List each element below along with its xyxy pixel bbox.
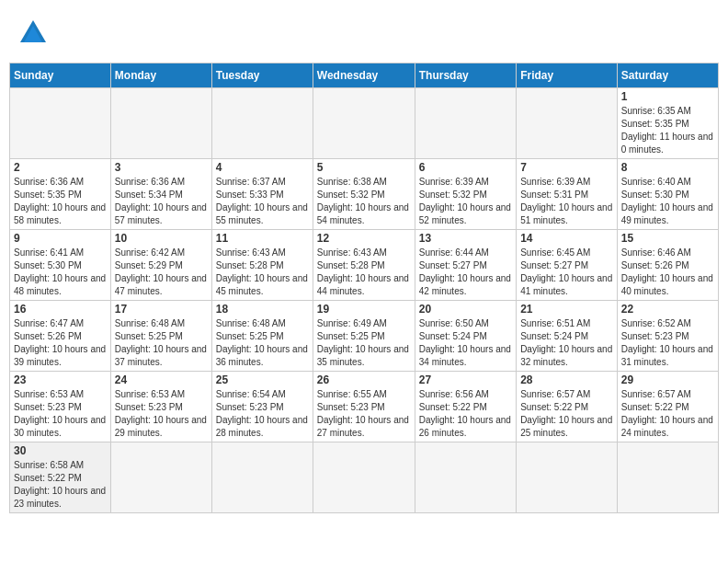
calendar-cell: 8Sunrise: 6:40 AM Sunset: 5:30 PM Daylig…	[617, 159, 718, 230]
day-info: Sunrise: 6:52 AM Sunset: 5:23 PM Dayligh…	[621, 317, 714, 369]
day-number: 14	[520, 232, 613, 245]
day-number: 20	[419, 303, 512, 316]
calendar-cell	[110, 88, 211, 159]
calendar-cell: 6Sunrise: 6:39 AM Sunset: 5:32 PM Daylig…	[415, 159, 516, 230]
week-row-5: 23Sunrise: 6:53 AM Sunset: 5:23 PM Dayli…	[10, 372, 719, 442]
day-info: Sunrise: 6:39 AM Sunset: 5:32 PM Dayligh…	[419, 176, 512, 227]
weekday-header-wednesday: Wednesday	[313, 63, 415, 88]
day-number: 8	[621, 161, 714, 174]
calendar-cell: 10Sunrise: 6:42 AM Sunset: 5:29 PM Dayli…	[110, 230, 211, 301]
day-info: Sunrise: 6:43 AM Sunset: 5:28 PM Dayligh…	[317, 247, 411, 298]
week-row-3: 9Sunrise: 6:41 AM Sunset: 5:30 PM Daylig…	[10, 230, 719, 301]
day-info: Sunrise: 6:58 AM Sunset: 5:22 PM Dayligh…	[14, 459, 107, 511]
day-info: Sunrise: 6:49 AM Sunset: 5:25 PM Dayligh…	[317, 317, 411, 369]
day-info: Sunrise: 6:53 AM Sunset: 5:23 PM Dayligh…	[14, 388, 107, 440]
calendar-cell: 12Sunrise: 6:43 AM Sunset: 5:28 PM Dayli…	[313, 230, 415, 301]
weekday-header-friday: Friday	[517, 63, 618, 88]
day-number: 30	[14, 444, 107, 457]
calendar-cell	[110, 442, 211, 513]
day-info: Sunrise: 6:41 AM Sunset: 5:30 PM Dayligh…	[14, 247, 107, 298]
calendar-cell	[211, 88, 313, 159]
calendar-cell	[10, 88, 111, 159]
day-number: 10	[115, 232, 208, 245]
day-number: 1	[621, 90, 714, 103]
day-number: 11	[216, 232, 309, 245]
week-row-1: 1Sunrise: 6:35 AM Sunset: 5:35 PM Daylig…	[10, 88, 719, 159]
weekday-header-tuesday: Tuesday	[211, 63, 313, 88]
day-info: Sunrise: 6:35 AM Sunset: 5:35 PM Dayligh…	[621, 105, 714, 156]
calendar-cell: 30Sunrise: 6:58 AM Sunset: 5:22 PM Dayli…	[10, 442, 111, 513]
week-row-4: 16Sunrise: 6:47 AM Sunset: 5:26 PM Dayli…	[10, 301, 719, 372]
day-number: 15	[621, 232, 714, 245]
day-info: Sunrise: 6:57 AM Sunset: 5:22 PM Dayligh…	[520, 388, 613, 440]
calendar-cell: 27Sunrise: 6:56 AM Sunset: 5:22 PM Dayli…	[415, 372, 516, 442]
day-info: Sunrise: 6:36 AM Sunset: 5:35 PM Dayligh…	[14, 176, 107, 227]
week-row-6: 30Sunrise: 6:58 AM Sunset: 5:22 PM Dayli…	[10, 442, 719, 513]
day-info: Sunrise: 6:47 AM Sunset: 5:26 PM Dayligh…	[14, 317, 107, 369]
calendar-cell: 1Sunrise: 6:35 AM Sunset: 5:35 PM Daylig…	[617, 88, 718, 159]
day-number: 26	[317, 373, 411, 386]
calendar-cell: 16Sunrise: 6:47 AM Sunset: 5:26 PM Dayli…	[10, 301, 111, 372]
page-header	[9, 9, 719, 57]
weekday-header-monday: Monday	[110, 63, 211, 88]
calendar-cell: 20Sunrise: 6:50 AM Sunset: 5:24 PM Dayli…	[415, 301, 516, 372]
day-info: Sunrise: 6:40 AM Sunset: 5:30 PM Dayligh…	[621, 176, 714, 227]
day-info: Sunrise: 6:45 AM Sunset: 5:27 PM Dayligh…	[520, 247, 613, 298]
day-number: 17	[115, 303, 208, 316]
day-number: 2	[14, 161, 107, 174]
calendar-cell: 9Sunrise: 6:41 AM Sunset: 5:30 PM Daylig…	[10, 230, 111, 301]
day-info: Sunrise: 6:44 AM Sunset: 5:27 PM Dayligh…	[419, 247, 512, 298]
day-number: 6	[419, 161, 512, 174]
calendar-cell: 18Sunrise: 6:48 AM Sunset: 5:25 PM Dayli…	[211, 301, 313, 372]
day-info: Sunrise: 6:43 AM Sunset: 5:28 PM Dayligh…	[216, 247, 309, 298]
day-info: Sunrise: 6:48 AM Sunset: 5:25 PM Dayligh…	[216, 317, 309, 369]
day-info: Sunrise: 6:57 AM Sunset: 5:22 PM Dayligh…	[621, 388, 714, 440]
day-number: 7	[520, 161, 613, 174]
calendar-cell: 28Sunrise: 6:57 AM Sunset: 5:22 PM Dayli…	[517, 372, 618, 442]
day-info: Sunrise: 6:48 AM Sunset: 5:25 PM Dayligh…	[115, 317, 208, 369]
calendar-cell	[313, 442, 415, 513]
calendar: SundayMondayTuesdayWednesdayThursdayFrid…	[9, 63, 719, 513]
day-info: Sunrise: 6:54 AM Sunset: 5:23 PM Dayligh…	[216, 388, 309, 440]
weekday-header-saturday: Saturday	[617, 63, 718, 88]
day-info: Sunrise: 6:51 AM Sunset: 5:24 PM Dayligh…	[520, 317, 613, 369]
calendar-cell	[211, 442, 313, 513]
day-number: 27	[419, 373, 512, 386]
calendar-cell: 3Sunrise: 6:36 AM Sunset: 5:34 PM Daylig…	[110, 159, 211, 230]
day-number: 29	[621, 373, 714, 386]
day-info: Sunrise: 6:36 AM Sunset: 5:34 PM Dayligh…	[115, 176, 208, 227]
calendar-cell	[517, 442, 618, 513]
weekday-header-sunday: Sunday	[10, 63, 111, 88]
calendar-cell: 4Sunrise: 6:37 AM Sunset: 5:33 PM Daylig…	[211, 159, 313, 230]
day-number: 24	[115, 373, 208, 386]
day-number: 9	[14, 232, 107, 245]
logo	[13, 17, 50, 50]
calendar-cell	[415, 442, 516, 513]
calendar-cell: 7Sunrise: 6:39 AM Sunset: 5:31 PM Daylig…	[517, 159, 618, 230]
calendar-cell: 15Sunrise: 6:46 AM Sunset: 5:26 PM Dayli…	[617, 230, 718, 301]
calendar-cell: 25Sunrise: 6:54 AM Sunset: 5:23 PM Dayli…	[211, 372, 313, 442]
weekday-header-row: SundayMondayTuesdayWednesdayThursdayFrid…	[10, 63, 719, 88]
day-number: 19	[317, 303, 411, 316]
calendar-cell: 29Sunrise: 6:57 AM Sunset: 5:22 PM Dayli…	[617, 372, 718, 442]
calendar-cell: 17Sunrise: 6:48 AM Sunset: 5:25 PM Dayli…	[110, 301, 211, 372]
calendar-cell: 13Sunrise: 6:44 AM Sunset: 5:27 PM Dayli…	[415, 230, 516, 301]
day-number: 5	[317, 161, 411, 174]
calendar-cell: 22Sunrise: 6:52 AM Sunset: 5:23 PM Dayli…	[617, 301, 718, 372]
day-number: 22	[621, 303, 714, 316]
day-number: 13	[419, 232, 512, 245]
day-number: 12	[317, 232, 411, 245]
calendar-cell: 26Sunrise: 6:55 AM Sunset: 5:23 PM Dayli…	[313, 372, 415, 442]
day-info: Sunrise: 6:46 AM Sunset: 5:26 PM Dayligh…	[621, 247, 714, 298]
day-info: Sunrise: 6:37 AM Sunset: 5:33 PM Dayligh…	[216, 176, 309, 227]
day-info: Sunrise: 6:55 AM Sunset: 5:23 PM Dayligh…	[317, 388, 411, 440]
calendar-cell: 21Sunrise: 6:51 AM Sunset: 5:24 PM Dayli…	[517, 301, 618, 372]
day-number: 25	[216, 373, 309, 386]
weekday-header-thursday: Thursday	[415, 63, 516, 88]
calendar-cell: 19Sunrise: 6:49 AM Sunset: 5:25 PM Dayli…	[313, 301, 415, 372]
day-info: Sunrise: 6:50 AM Sunset: 5:24 PM Dayligh…	[419, 317, 512, 369]
calendar-cell: 5Sunrise: 6:38 AM Sunset: 5:32 PM Daylig…	[313, 159, 415, 230]
day-number: 3	[115, 161, 208, 174]
day-info: Sunrise: 6:39 AM Sunset: 5:31 PM Dayligh…	[520, 176, 613, 227]
calendar-cell: 11Sunrise: 6:43 AM Sunset: 5:28 PM Dayli…	[211, 230, 313, 301]
